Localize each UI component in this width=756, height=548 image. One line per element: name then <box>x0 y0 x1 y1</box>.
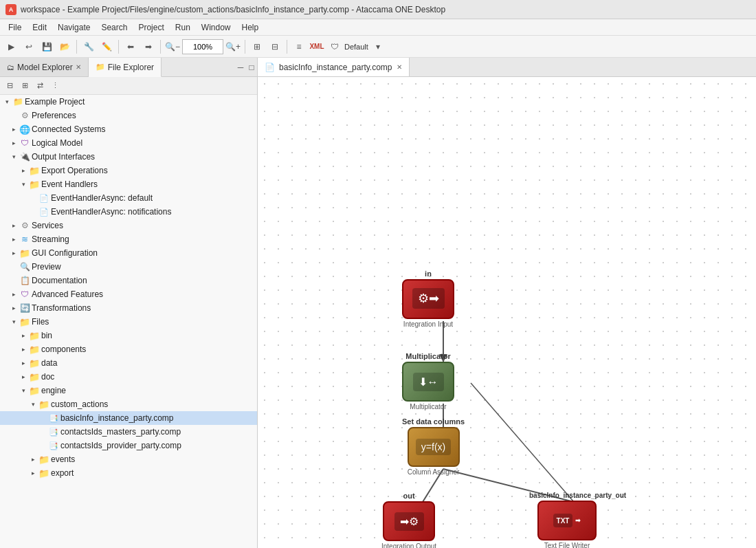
tree-node-custom_actions[interactable]: ▾ 📁 custom_actions <box>0 397 257 411</box>
expand-icon-custom_actions[interactable]: ▾ <box>29 400 37 408</box>
expand-icon-event-handlers[interactable]: ▾ <box>19 180 27 188</box>
expand-icon-components[interactable]: ▸ <box>19 345 27 353</box>
expand-all-btn[interactable]: ⊞ <box>18 79 32 93</box>
expand-icon-output-interfaces[interactable]: ▾ <box>10 153 18 161</box>
tree-node-events[interactable]: ▸ 📁 events <box>0 452 257 466</box>
root-expand-icon[interactable]: ▾ <box>3 98 11 106</box>
editor-tab-main[interactable]: 📄 basicInfo_instance_party.comp ✕ <box>258 58 410 76</box>
tree-node-connected-systems[interactable]: ▸ 🌐 Connected Systems <box>0 122 257 136</box>
more-options-btn[interactable]: ⋮ <box>48 79 62 93</box>
expand-icon-data[interactable]: ▸ <box>19 359 27 367</box>
expand-icon-services[interactable]: ▸ <box>10 221 18 230</box>
tree-node-bin[interactable]: ▸ 📁 bin <box>0 329 257 342</box>
node-icon-logical-model: 🛡 <box>19 138 30 149</box>
tree-node-basicInfo-comp[interactable]: 📑 basicInfo_instance_party.comp <box>0 411 257 425</box>
zoom-level[interactable]: 100% <box>182 39 223 54</box>
expand-icon-events[interactable]: ▸ <box>29 455 37 463</box>
node-integration-output[interactable]: ➡⚙ <box>383 501 435 541</box>
expand-icon-connected-systems[interactable]: ▸ <box>10 125 18 133</box>
expand-icon-basicInfo-comp <box>38 414 47 422</box>
node-column-assigner[interactable]: y=f(x) <box>408 427 460 467</box>
profile-dropdown[interactable]: ▾ <box>370 39 386 55</box>
canvas[interactable]: in ⚙➡ Integration Input Multiplicator ⬇↔… <box>258 77 756 548</box>
menu-project[interactable]: Project <box>133 21 169 34</box>
menu-run[interactable]: Run <box>170 21 196 34</box>
toolbar-btn-6[interactable]: ✏️ <box>98 39 115 55</box>
menu-file[interactable]: File <box>3 21 27 34</box>
node-in[interactable]: ⚙➡ <box>402 279 454 319</box>
menu-navigate[interactable]: Navigate <box>52 21 96 34</box>
tree-node-output-interfaces[interactable]: ▾ 🔌 Output Interfaces <box>0 150 257 164</box>
tree-node-components[interactable]: ▸ 📁 components <box>0 342 257 356</box>
node-icon-export-operations: 📁 <box>29 165 40 176</box>
tab-file-explorer[interactable]: 📁 File Explorer <box>89 58 162 77</box>
tab-model-explorer[interactable]: 🗂 Model Explorer ✕ <box>0 58 89 76</box>
expand-icon-files[interactable]: ▾ <box>10 318 18 326</box>
tree-node-preview[interactable]: 🔍 Preview <box>0 260 257 274</box>
tree-node-services[interactable]: ▸ ⚙ Services <box>0 219 257 232</box>
tree-node-contactsIds-provider[interactable]: 📑 contactsIds_provider_party.comp <box>0 439 257 452</box>
zoom-out-btn[interactable]: 🔍− <box>164 39 181 55</box>
panel-maximize-btn[interactable]: □ <box>246 58 257 77</box>
expand-icon-streaming[interactable]: ▸ <box>10 235 18 243</box>
expand-icon-export[interactable]: ▸ <box>29 469 37 477</box>
layout-btn[interactable]: ⊟ <box>267 39 283 55</box>
tree-node-eventhandler-default[interactable]: 📄 EventHandlerAsync: default <box>0 191 257 205</box>
tree-node-export[interactable]: ▸ 📁 export <box>0 466 257 480</box>
tree-node-doc[interactable]: ▸ 📁 doc <box>0 370 257 384</box>
toolbar-xml-btn[interactable]: XML <box>309 39 325 55</box>
menu-window[interactable]: Window <box>196 21 236 34</box>
tree-node-gui-config[interactable]: ▸ 📁 GUI Configuration <box>0 246 257 260</box>
tree-node-event-handlers[interactable]: ▾ 📁 Event Handlers <box>0 177 257 191</box>
tree-area[interactable]: ▾ 📁 Example Project ⚙ Preferences ▸ 🌐 Co… <box>0 95 257 548</box>
tree-node-documentation[interactable]: 📋 Documentation <box>0 274 257 287</box>
toolbar-btn-4[interactable]: 📂 <box>56 39 73 55</box>
toolbar-btn-7[interactable]: ⬅ <box>122 39 139 55</box>
expand-icon-transformations[interactable]: ▸ <box>10 304 18 312</box>
model-explorer-close[interactable]: ✕ <box>76 63 81 71</box>
file-explorer-label: File Explorer <box>108 63 154 72</box>
tree-node-eventhandler-notifications[interactable]: 📄 EventHandlerAsync: notifications <box>0 205 257 219</box>
profile-btn[interactable]: 🛡 <box>326 39 343 55</box>
toolbar-btn-5[interactable]: 🔧 <box>80 39 97 55</box>
zoom-in-btn[interactable]: 🔍+ <box>225 39 241 55</box>
grid-btn[interactable]: ⊞ <box>249 39 265 55</box>
tree-node-logical-model[interactable]: ▸ 🛡 Logical Model <box>0 136 257 150</box>
tree-node-streaming[interactable]: ▸ ≋ Streaming <box>0 232 257 246</box>
node-multiplicator[interactable]: ⬇↔ <box>402 362 454 402</box>
tree-node-preferences[interactable]: ⚙ Preferences <box>0 109 257 122</box>
toolbar-btn-2[interactable]: ↩ <box>21 39 37 55</box>
tree-root[interactable]: ▾ 📁 Example Project <box>0 95 257 109</box>
expand-icon-engine[interactable]: ▾ <box>19 386 27 395</box>
sync-btn[interactable]: ⇄ <box>33 79 47 93</box>
toolbar-btn-1[interactable]: ▶ <box>3 39 19 55</box>
node-text-file-writer[interactable]: TXT ➡ <box>537 501 597 540</box>
collapse-all-btn[interactable]: ⊟ <box>3 79 16 93</box>
expand-icon-export-operations[interactable]: ▸ <box>19 166 27 175</box>
tree-node-contactsIds-masters[interactable]: 📑 contactsIds_masters_party.comp <box>0 425 257 439</box>
node-tfw-icon-area: TXT <box>553 514 573 527</box>
menu-search[interactable]: Search <box>96 21 133 34</box>
menu-help[interactable]: Help <box>236 21 265 34</box>
editor-tab-close[interactable]: ✕ <box>397 63 402 71</box>
tree-node-files[interactable]: ▾ 📁 Files <box>0 315 257 329</box>
tree-node-data[interactable]: ▸ 📁 data <box>0 356 257 370</box>
menu-edit[interactable]: Edit <box>27 21 52 34</box>
expand-icon-bin[interactable]: ▸ <box>19 331 27 340</box>
toolbar-btn-3[interactable]: 💾 <box>38 39 55 55</box>
tree-node-transformations[interactable]: ▸ 🔄 Transformations <box>0 301 257 315</box>
toolbar-sep-5 <box>287 40 287 54</box>
editor-tab-label: basicInfo_instance_party.comp <box>279 63 392 72</box>
node-label-data: data <box>41 358 57 368</box>
panel-minimize-btn[interactable]: ─ <box>235 58 246 77</box>
expand-icon-advanced-features[interactable]: ▸ <box>10 290 18 298</box>
tree-node-advanced-features[interactable]: ▸ 🛡 Advanced Features <box>0 287 257 301</box>
expand-icon-logical-model[interactable]: ▸ <box>10 139 18 147</box>
connector-svg <box>258 77 756 548</box>
toolbar-btn-8[interactable]: ➡ <box>140 39 157 55</box>
tree-node-export-operations[interactable]: ▸ 📁 Export Operations <box>0 164 257 177</box>
expand-icon-gui-config[interactable]: ▸ <box>10 249 18 257</box>
tree-node-engine[interactable]: ▾ 📁 engine <box>0 384 257 397</box>
expand-icon-doc[interactable]: ▸ <box>19 373 27 381</box>
align-btn[interactable]: ≡ <box>291 39 307 55</box>
